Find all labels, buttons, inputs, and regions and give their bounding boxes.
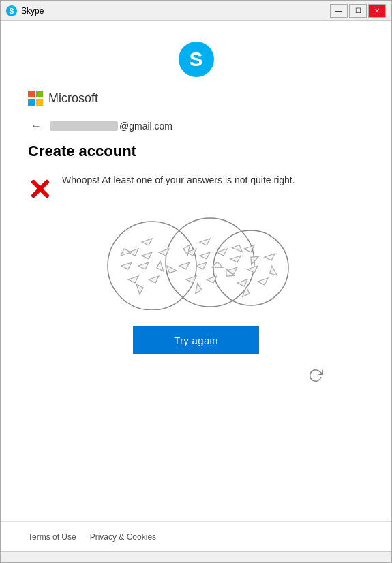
svg-marker-33 [237,279,247,286]
ms-tile-red [28,91,35,97]
ms-tile-yellow [36,99,43,106]
refresh-icon[interactable] [308,368,323,383]
ms-tile-blue [28,99,35,106]
svg-marker-13 [121,249,131,256]
svg-marker-20 [196,262,207,269]
microsoft-branding: Microsoft [28,91,364,106]
svg-marker-19 [179,262,190,269]
main-content: S Microsoft ← @gmail.com Create account … [1,21,391,521]
svg-marker-24 [200,252,210,259]
svg-marker-38 [268,265,276,277]
spacer [28,390,364,521]
svg-marker-9 [128,276,138,283]
skype-logo-wrapper: S [28,21,364,91]
window-title: Skype [21,6,330,16]
email-blurred [50,121,118,131]
titlebar: S Skype — ☐ ✕ [1,1,391,21]
svg-marker-15 [136,284,143,294]
back-row: ← @gmail.com [28,118,364,134]
svg-marker-29 [230,256,241,262]
terms-link[interactable]: Terms of Use [28,532,76,542]
skype-logo: S [179,42,214,77]
try-again-wrapper: Try again [28,326,364,354]
svg-marker-35 [265,254,275,260]
back-button[interactable]: ← [28,118,44,134]
captcha-image-wrapper [28,215,364,310]
close-button[interactable]: ✕ [368,4,386,18]
svg-marker-12 [142,252,152,259]
svg-marker-14 [157,261,164,271]
svg-marker-7 [121,262,132,269]
svg-text:S: S [9,7,14,15]
svg-marker-8 [138,262,149,269]
microsoft-logo-grid [28,91,43,106]
error-icon [28,177,52,201]
minimize-button[interactable]: — [330,4,348,18]
error-message: Whoops! At least one of your answers is … [62,174,295,187]
footer: Terms of Use Privacy & Cookies [1,521,391,551]
ms-tile-green [36,91,43,97]
svg-marker-32 [247,266,258,273]
refresh-wrapper [28,368,364,383]
scrollbar-area [1,551,391,562]
svg-marker-22 [207,276,217,283]
try-again-button[interactable]: Try again [133,326,259,354]
svg-marker-37 [232,243,244,254]
svg-marker-18 [200,239,210,245]
captcha-image [101,215,292,310]
svg-marker-34 [258,278,268,285]
svg-marker-6 [142,239,152,245]
svg-marker-27 [192,284,203,296]
maximize-button[interactable]: ☐ [349,4,367,18]
titlebar-icon: S [6,5,17,16]
privacy-link[interactable]: Privacy & Cookies [90,532,156,542]
svg-marker-21 [186,276,196,283]
svg-marker-10 [149,276,159,283]
app-window: S Skype — ☐ ✕ S Microsoft [0,0,392,563]
email-domain: @gmail.com [119,121,172,132]
page-title: Create account [28,142,364,160]
titlebar-buttons: — ☐ ✕ [330,4,386,18]
svg-marker-11 [159,249,169,256]
microsoft-label: Microsoft [48,91,98,106]
error-row: Whoops! At least one of your answers is … [28,174,364,201]
